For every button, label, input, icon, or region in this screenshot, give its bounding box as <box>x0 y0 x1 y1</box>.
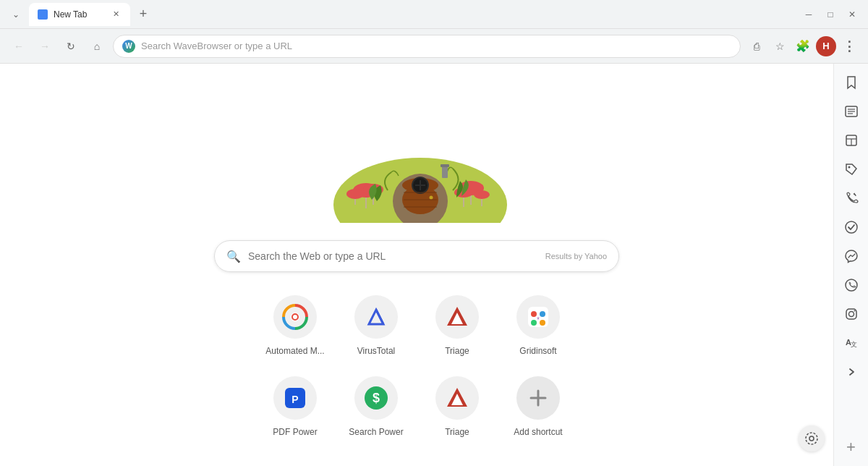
home-button[interactable]: ⌂ <box>87 36 107 56</box>
sidebar-add-button[interactable]: + <box>838 434 864 460</box>
svg-point-53 <box>848 166 850 169</box>
shortcut-label-triage-1: Triage <box>445 346 469 356</box>
svg-line-30 <box>376 310 383 324</box>
wavebrowser-logo: W <box>122 40 135 53</box>
svg-point-35 <box>540 311 545 317</box>
new-tab-button[interactable]: + <box>133 4 153 25</box>
profile-button[interactable]: H <box>816 36 836 56</box>
shortcut-icon-add <box>516 376 560 420</box>
svg-point-57 <box>848 312 854 317</box>
hero-illustration <box>308 78 525 223</box>
svg-point-23 <box>474 190 490 199</box>
shortcut-label-pdfpower: PDF Power <box>273 427 317 437</box>
tab-close-button[interactable]: ✕ <box>110 9 122 20</box>
tab-favicon <box>38 9 48 20</box>
sidebar-translate-icon[interactable]: A 文 <box>838 330 864 356</box>
tab-bar: ⌄ New Tab ✕ + <box>6 3 799 26</box>
svg-point-37 <box>540 320 545 326</box>
shortcut-label-automated: Automated M... <box>265 346 324 356</box>
right-sidebar: A 文 + <box>833 64 868 466</box>
shortcut-label-add: Add shortcut <box>514 427 562 437</box>
shortcut-icon-triage-2 <box>435 376 479 420</box>
tab-label: New Tab <box>54 9 87 20</box>
menu-button[interactable]: ⋮ <box>839 36 859 56</box>
svg-point-34 <box>531 311 537 317</box>
window-controls: ─ □ ✕ <box>799 4 862 25</box>
shortcut-triage-2[interactable]: Triage <box>428 376 486 437</box>
svg-point-61 <box>809 436 814 441</box>
shortcut-icon-pdfpower: P <box>273 376 317 420</box>
maximize-button[interactable]: □ <box>820 4 841 25</box>
shortcut-gridinsoft[interactable]: Gridinsoft <box>509 295 567 356</box>
tabs-menu-button[interactable]: ⌄ <box>6 4 26 25</box>
page-content: 🔍 Results by Yahoo <box>0 64 833 466</box>
shortcut-automated[interactable]: Automated M... <box>266 295 324 356</box>
bookmark-button[interactable]: ☆ <box>770 36 790 56</box>
shortcut-label-searchpower: Search Power <box>349 427 403 437</box>
svg-text:P: P <box>292 394 298 405</box>
sidebar-checklist-icon[interactable] <box>838 214 864 240</box>
svg-point-17 <box>346 189 364 199</box>
search-attribution: Results by Yahoo <box>545 252 607 260</box>
sidebar-phone-icon[interactable] <box>838 185 864 211</box>
shortcut-label-triage-2: Triage <box>445 427 469 437</box>
navigation-bar: ← → ↻ ⌂ W Search WaveBrowser or type a U… <box>0 29 868 64</box>
shortcuts-grid: Automated M... VirusTotal <box>266 295 567 437</box>
shortcut-searchpower[interactable]: $ Search Power <box>347 376 405 437</box>
sidebar-reading-icon[interactable] <box>838 98 864 124</box>
shortcuts-row-2: P PDF Power $ Search Power <box>266 376 567 437</box>
shortcut-icon-virustotal <box>354 295 398 339</box>
back-button[interactable]: ← <box>9 36 29 56</box>
svg-point-58 <box>854 310 855 312</box>
sidebar-box-icon[interactable] <box>838 127 864 153</box>
svg-point-62 <box>806 433 817 444</box>
svg-point-55 <box>846 279 857 291</box>
sidebar-bookmarks-icon[interactable] <box>838 69 864 96</box>
forward-button[interactable]: → <box>35 36 55 56</box>
minimize-button[interactable]: ─ <box>799 4 819 25</box>
new-tab[interactable]: New Tab ✕ <box>29 3 130 26</box>
refresh-button[interactable]: ↻ <box>61 36 81 56</box>
nav-actions: ⎙ ☆ 🧩 H ⋮ <box>746 36 859 56</box>
sidebar-instagram-icon[interactable] <box>838 301 864 327</box>
shortcut-icon-gridinsoft <box>516 295 560 339</box>
sidebar-messenger-icon[interactable] <box>838 243 864 269</box>
share-button[interactable]: ⎙ <box>746 36 767 56</box>
shortcut-icon-triage-1 <box>435 295 479 339</box>
shortcut-label-virustotal: VirusTotal <box>357 346 395 356</box>
svg-text:$: $ <box>373 391 380 405</box>
search-icon: 🔍 <box>226 250 241 263</box>
extensions-button[interactable]: 🧩 <box>793 36 813 56</box>
search-bar[interactable]: 🔍 Results by Yahoo <box>214 240 619 272</box>
shortcut-add[interactable]: Add shortcut <box>509 376 567 437</box>
shortcut-pdfpower[interactable]: P PDF Power <box>266 376 324 437</box>
shortcut-label-gridinsoft: Gridinsoft <box>519 346 556 356</box>
svg-rect-25 <box>441 164 449 167</box>
sidebar-collapse-icon[interactable] <box>838 359 864 385</box>
shortcut-triage-1[interactable]: Triage <box>428 295 486 356</box>
shortcut-icon-automated <box>273 295 317 339</box>
svg-point-36 <box>531 320 537 326</box>
main-content: 🔍 Results by Yahoo <box>0 64 868 466</box>
search-container: 🔍 Results by Yahoo <box>214 240 619 272</box>
shortcut-virustotal[interactable]: VirusTotal <box>347 295 405 356</box>
address-bar[interactable]: W Search WaveBrowser or type a URL <box>113 35 741 58</box>
search-input[interactable] <box>248 250 538 262</box>
svg-text:文: 文 <box>851 341 857 348</box>
sidebar-whatsapp-icon[interactable] <box>838 272 864 298</box>
title-bar: ⌄ New Tab ✕ + ─ □ ✕ <box>0 0 868 29</box>
address-text: Search WaveBrowser or type a URL <box>141 41 292 51</box>
close-button[interactable]: ✕ <box>842 4 862 25</box>
sidebar-tag-icon[interactable] <box>838 156 864 182</box>
shortcuts-row-1: Automated M... VirusTotal <box>266 295 567 356</box>
svg-point-54 <box>846 221 857 233</box>
shortcut-icon-searchpower: $ <box>354 376 398 420</box>
svg-point-8 <box>430 196 433 200</box>
customize-button[interactable] <box>799 425 825 452</box>
